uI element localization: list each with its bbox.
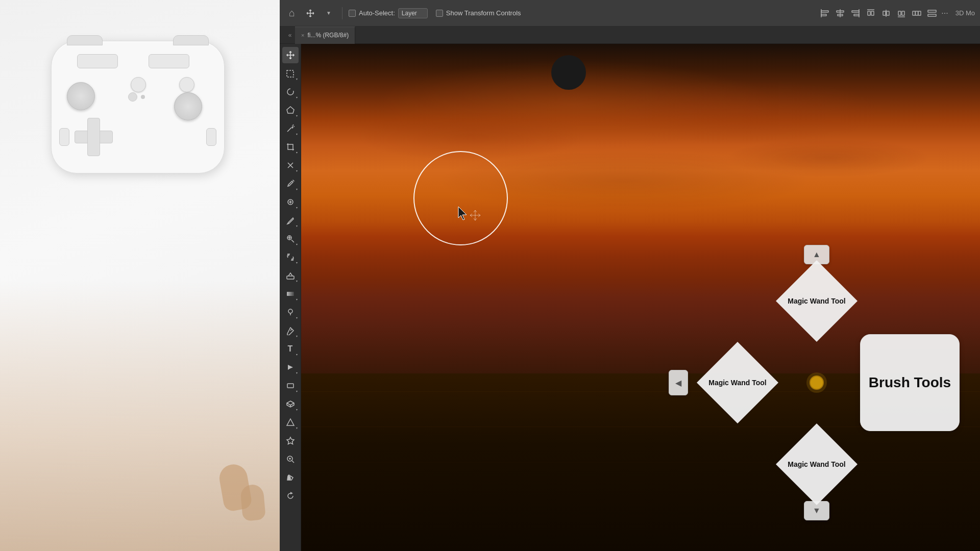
svg-rect-32 [287,292,294,296]
tool-slice[interactable]: ▾ [282,157,299,173]
tool-rotate[interactable] [282,488,299,504]
svg-rect-14 [887,11,889,15]
tool-type[interactable]: T ▾ [282,341,299,357]
tool-poly-lasso[interactable]: ▾ [282,102,299,118]
tool-eraser[interactable]: ▾ [282,267,299,284]
tool-custom-shape[interactable] [282,433,299,449]
svg-rect-18 [913,11,915,15]
align-right-icon[interactable] [849,7,862,19]
svg-marker-24 [287,107,294,113]
move-tool-icon[interactable] [303,6,317,20]
tool-path-selection[interactable]: ▾ [282,359,299,375]
home-icon[interactable]: ⌂ [285,6,299,20]
tool-history-brush[interactable]: ▾ [282,249,299,265]
distribute-center-icon[interactable] [880,7,892,19]
svg-rect-22 [928,14,936,16]
more-align-icon[interactable] [926,7,938,19]
svg-rect-23 [287,70,293,77]
tab-title: fi...% (RGB/8#) [307,32,349,39]
left-panel [0,0,280,551]
radial-menu-bottom[interactable]: Magic Wand Tool [776,423,857,505]
svg-rect-34 [287,384,293,388]
layer-dropdown[interactable]: Layer [398,8,428,18]
show-transform-checkbox[interactable] [436,10,443,17]
tool-gradient[interactable]: ▾ [282,286,299,302]
tool-crop[interactable]: ▾ [282,139,299,155]
radial-menu-left-arrow[interactable]: ◀ [669,370,688,395]
svg-rect-11 [871,11,874,15]
tool-eyedropper[interactable]: ▾ [282,176,299,192]
tab-close-icon[interactable]: × [301,32,304,38]
tool-zoom[interactable] [282,451,299,467]
show-transform-label: Show Transform Controls [446,9,521,17]
tool-brush[interactable]: ▾ [282,212,299,229]
distribute-top-icon[interactable] [865,7,877,19]
main-area: ▾ ▾ ▾ [280,44,980,551]
tool-dodge[interactable]: ▾ [282,304,299,320]
tool-move[interactable] [282,47,299,63]
show-transform-group: Show Transform Controls [436,9,521,17]
more-options-icon[interactable]: ··· [941,9,948,18]
svg-rect-1 [821,14,826,16]
mode-label: 3D Mo [955,9,975,17]
svg-point-33 [288,309,292,313]
svg-rect-10 [868,11,870,15]
tools-panel: ▾ ▾ ▾ [280,44,301,551]
tool-pen[interactable]: ▾ [282,322,299,339]
panel-collapse-btn[interactable]: « [285,27,295,44]
tool-magic-wand[interactable]: ▾ [282,120,299,137]
cursor-icon-dark [551,55,586,90]
svg-marker-35 [287,419,294,425]
svg-rect-0 [821,11,828,12]
tool-lasso[interactable]: ▾ [282,84,299,100]
tool-healing[interactable]: ▾ [282,194,299,210]
document-tab[interactable]: × fi...% (RGB/8#) [295,27,355,44]
move-tool-dropdown[interactable]: ▼ [322,6,336,20]
toolbar-right-icons: ··· 3D Mo [819,7,975,19]
tab-bar: « × fi...% (RGB/8#) [280,27,980,44]
distribute-space-icon[interactable] [911,7,923,19]
tool-3d[interactable]: ▾ [282,396,299,412]
svg-rect-21 [928,10,936,12]
radial-menu-container: ▲ ▼ ◀ Magic Wand Tool [669,245,965,520]
svg-rect-31 [287,276,294,279]
align-center-icon[interactable] [834,7,846,19]
tool-clone[interactable]: ▾ [282,231,299,247]
tool-shape[interactable]: ▾ [282,378,299,394]
canvas-area: ▲ ▼ ◀ Magic Wand Tool [301,44,980,551]
photoshop-panel: ⌂ ▼ Auto-Select: Layer Show Transform Co… [280,0,980,551]
svg-line-28 [293,124,293,126]
svg-rect-20 [918,11,921,15]
auto-select-checkbox[interactable] [349,10,356,17]
main-toolbar: ⌂ ▼ Auto-Select: Layer Show Transform Co… [280,0,980,27]
svg-rect-13 [883,11,886,15]
tool-hand[interactable] [282,469,299,486]
svg-rect-19 [916,11,918,15]
svg-rect-16 [898,11,901,15]
svg-line-25 [287,128,291,132]
auto-select-label: Auto-Select: [359,9,395,17]
radial-menu-center [810,375,824,390]
svg-line-37 [292,461,294,463]
svg-rect-7 [854,14,859,16]
auto-select-group: Auto-Select: Layer [349,8,428,18]
align-left-icon[interactable] [819,7,831,19]
radial-menu-left[interactable]: Magic Wand Tool [697,342,778,423]
controller [51,41,225,173]
svg-rect-17 [902,11,904,15]
tool-marquee[interactable]: ▾ [282,65,299,82]
radial-menu-right[interactable]: Brush Tools [860,334,960,431]
toolbar-divider-1 [342,7,342,19]
radial-menu-top[interactable]: Magic Wand Tool [776,260,857,342]
distribute-bottom-icon[interactable] [895,7,908,19]
svg-rect-6 [852,11,859,12]
tool-triangle[interactable]: ▾ [282,414,299,431]
